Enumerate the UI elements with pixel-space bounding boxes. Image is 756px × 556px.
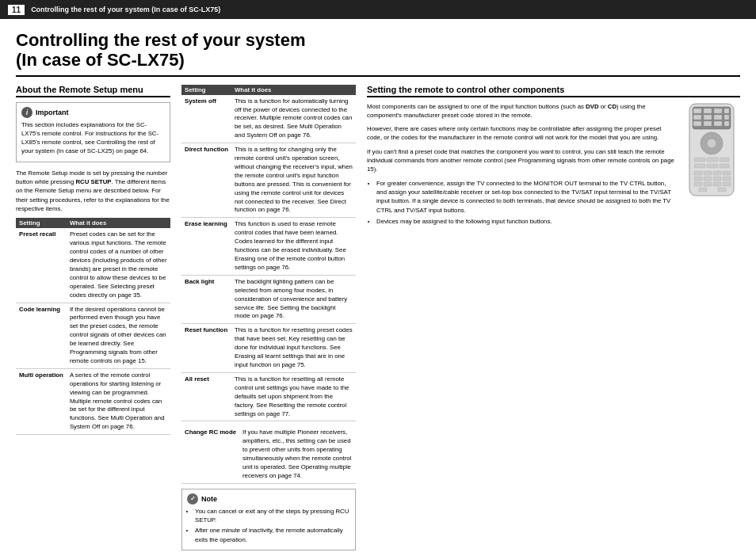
list-item: You can cancel or exit any of the steps …: [195, 507, 350, 525]
setting-name: All reset: [181, 372, 231, 421]
change-rc-mode-table: Change RC mode If you have multiple Pion…: [181, 426, 356, 483]
svg-rect-21: [720, 164, 729, 168]
setting-desc: This function is used to erase remote co…: [231, 218, 356, 275]
svg-rect-7: [704, 115, 712, 120]
svg-rect-5: [724, 109, 729, 113]
svg-rect-13: [724, 121, 729, 126]
svg-rect-3: [704, 109, 712, 113]
setting-name: Preset recall: [16, 228, 67, 303]
note-label-text: Note: [201, 495, 217, 503]
setting-desc: This is a function for automatically tur…: [231, 95, 356, 143]
table-row: Reset functionThis is a function for res…: [181, 324, 356, 373]
svg-rect-32: [713, 182, 721, 186]
mid-col-header-desc: What it does: [231, 85, 356, 95]
svg-rect-23: [704, 171, 712, 175]
left-settings-table: Setting What it does Preset recallPreset…: [16, 218, 170, 435]
remote-control-image: [683, 102, 740, 197]
note-list: You can cancel or exit any of the steps …: [187, 507, 350, 544]
setting-desc: If the desired operations cannot be perf…: [67, 303, 170, 368]
svg-rect-27: [704, 177, 712, 181]
svg-rect-9: [724, 115, 729, 120]
setting-name: Reset function: [181, 324, 231, 373]
setting-desc: Preset codes can be set for the various …: [67, 228, 170, 303]
svg-rect-33: [723, 182, 731, 186]
svg-rect-10: [693, 121, 701, 126]
svg-rect-17: [707, 158, 718, 162]
list-item: Devices may be assigned to the following…: [376, 217, 740, 226]
setting-desc: This is a setting for changing only the …: [231, 143, 356, 218]
important-label-text: Important: [36, 109, 69, 116]
top-bar: 11 Controlling the rest of your system (…: [0, 0, 756, 19]
svg-rect-4: [714, 109, 722, 113]
important-box: i Important This section includes explan…: [16, 102, 170, 162]
mid-col-header-setting: Setting: [181, 85, 231, 95]
svg-rect-31: [704, 182, 712, 186]
table-row: Code learningIf the desired operations c…: [16, 303, 170, 368]
svg-rect-35: [718, 188, 726, 192]
setting-desc: A series of the remote control operation…: [67, 368, 170, 434]
svg-rect-22: [694, 171, 702, 175]
setting-name: Multi operation: [16, 368, 67, 434]
svg-rect-29: [723, 177, 731, 181]
table-row: Preset recallPreset codes can be set for…: [16, 228, 170, 303]
svg-point-15: [707, 139, 716, 148]
setting-name: Code learning: [16, 303, 67, 368]
right-column: Setting the remote to control other comp…: [367, 85, 740, 556]
svg-rect-26: [694, 177, 702, 181]
setting-name: Direct function: [181, 143, 231, 218]
table-row: Back lightThe backlight lighting pattern…: [181, 275, 356, 324]
important-body: This section includes explanations for t…: [21, 120, 165, 156]
top-bar-title: Controlling the rest of your system (In …: [31, 6, 220, 13]
left-column: About the Remote Setup menu i Important …: [16, 85, 170, 556]
svg-rect-6: [693, 115, 701, 120]
svg-rect-18: [720, 158, 729, 162]
svg-rect-28: [713, 177, 721, 181]
setting-name: System off: [181, 95, 231, 143]
svg-rect-34: [699, 188, 707, 192]
svg-rect-12: [714, 121, 722, 126]
table-row: Multi operationA series of the remote co…: [16, 368, 170, 434]
note-icon: ✓: [187, 493, 198, 505]
change-rc-mode-setting: Change RC mode: [181, 426, 239, 483]
mid-column: Setting What it does System offThis is a…: [181, 85, 356, 556]
page-title: Controlling the rest of your system(In c…: [16, 30, 740, 77]
setting-remote-heading: Setting the remote to control other comp…: [367, 85, 740, 97]
mid-settings-table: Setting What it does System offThis is a…: [181, 85, 356, 422]
left-col-header-desc: What it does: [67, 218, 170, 228]
note-box: ✓ Note You can cancel or exit any of the…: [181, 489, 356, 550]
setting-desc: The backlight lighting pattern can be se…: [231, 275, 356, 324]
table-row: Erase learningThis function is used to e…: [181, 218, 356, 275]
change-rc-mode-row: Change RC mode If you have multiple Pion…: [181, 426, 356, 483]
important-icon: i: [21, 107, 32, 118]
setting-desc: This is a function for resetting all rem…: [231, 372, 356, 421]
svg-rect-19: [694, 164, 705, 168]
svg-rect-25: [723, 171, 731, 175]
svg-rect-20: [707, 164, 718, 168]
left-body-text: The Remote Setup mode is set by pressing…: [16, 169, 170, 213]
svg-rect-16: [694, 158, 705, 162]
remote-image-container: [683, 102, 740, 199]
svg-rect-30: [694, 182, 702, 186]
table-row: Direct functionThis is a setting for cha…: [181, 143, 356, 218]
left-col-header-setting: Setting: [16, 218, 67, 228]
setting-desc: This is a function for resetting preset …: [231, 324, 356, 373]
svg-rect-24: [713, 171, 721, 175]
chapter-number: 11: [8, 5, 25, 15]
svg-rect-2: [693, 109, 701, 113]
change-rc-mode-desc: If you have multiple Pioneer receivers, …: [239, 426, 356, 483]
svg-rect-8: [714, 115, 722, 120]
svg-rect-11: [704, 121, 712, 126]
setting-name: Erase learning: [181, 218, 231, 275]
list-item: After one minute of inactivity, the remo…: [195, 526, 350, 544]
setting-name: Back light: [181, 275, 231, 324]
table-row: System offThis is a function for automat…: [181, 95, 356, 143]
table-row: All resetThis is a function for resettin…: [181, 372, 356, 421]
about-section-heading: About the Remote Setup menu: [16, 85, 170, 97]
